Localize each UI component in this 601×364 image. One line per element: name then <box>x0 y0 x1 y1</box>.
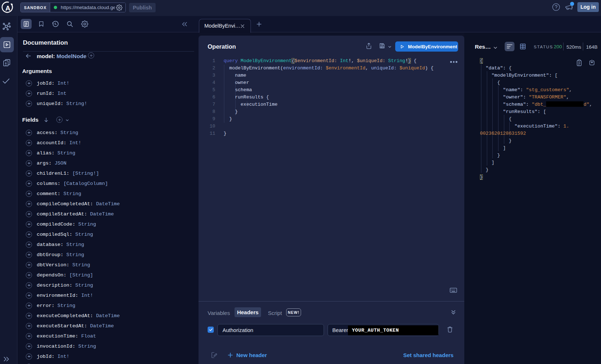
svg-text:A: A <box>5 4 11 12</box>
